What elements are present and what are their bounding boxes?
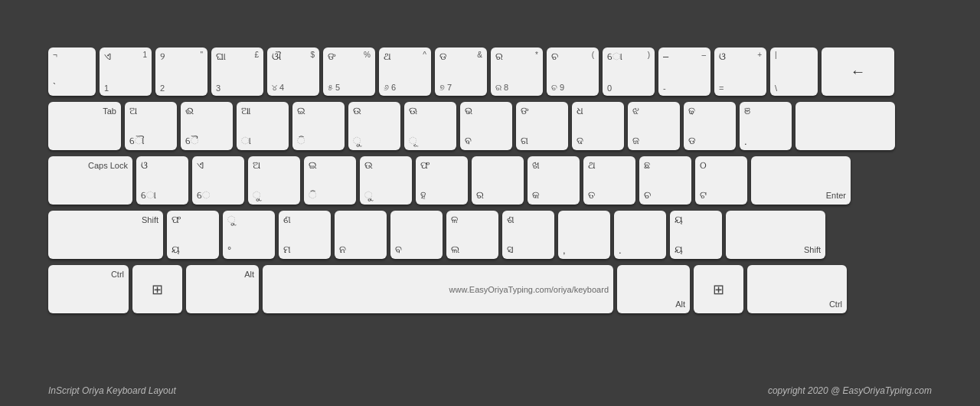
key-m[interactable]: ଶ ସ	[502, 211, 554, 259]
key-bracket-right[interactable]: ଞ .	[740, 102, 792, 150]
key-quote[interactable]: ଠ ଟ	[695, 156, 747, 205]
key-c[interactable]: ଣ ମ	[279, 211, 331, 259]
key-caps-lock[interactable]: Caps Lock	[48, 156, 132, 205]
backspace-key[interactable]: ←	[822, 47, 894, 96]
key-win-right[interactable]: ⊞	[694, 265, 743, 313]
key-r[interactable]: ଇ ି	[292, 102, 345, 150]
key-g[interactable]: ଉ ୁ	[360, 156, 412, 205]
key-backtick[interactable]: ¬ `	[48, 47, 96, 96]
key-1[interactable]: ଏ 1 1	[100, 47, 152, 96]
key-backslash[interactable]: | \	[770, 47, 818, 96]
key-0[interactable]: ୋ ) 0	[603, 47, 655, 96]
copyright-label: copyright 2020 @ EasyOriyaTyping.com	[768, 385, 932, 396]
key-4[interactable]: ଔ $ ୪ 4	[267, 47, 319, 96]
key-minus[interactable]: – – -	[658, 47, 710, 96]
key-space[interactable]: www.EasyOriyaTyping.com/oriya/keyboard	[263, 265, 613, 313]
key-d[interactable]: ଅ ୁ	[248, 156, 300, 205]
key-x[interactable]: ୁ °	[223, 211, 275, 259]
key-j[interactable]: ର	[472, 156, 524, 205]
key-i[interactable]: ଙ ଗ	[516, 102, 568, 150]
key-shift-left[interactable]: Shift	[48, 211, 163, 259]
key-enter[interactable]	[795, 102, 895, 150]
key-tab[interactable]: Tab	[48, 102, 121, 150]
key-7[interactable]: ଡ & ୭ 7	[435, 47, 487, 96]
key-n[interactable]: ଳ ଲ	[446, 211, 498, 259]
key-6[interactable]: ଥ ^ ୬ 6	[379, 47, 431, 96]
key-l[interactable]: ଥ ତ	[583, 156, 635, 205]
key-ctrl-left[interactable]: Ctrl	[48, 265, 129, 313]
key-f[interactable]: ଇ ି	[304, 156, 356, 205]
key-b[interactable]: ବ	[390, 211, 443, 259]
key-w[interactable]: ଈ ୈ	[181, 102, 233, 150]
key-s[interactable]: ଏ େ	[192, 156, 244, 205]
key-alt-left[interactable]: Alt	[186, 265, 259, 313]
key-slash[interactable]: ୟ ୟ	[670, 211, 722, 259]
key-equals[interactable]: ଓ + =	[714, 47, 766, 96]
key-q[interactable]: ଅ ୌ	[125, 102, 177, 150]
key-o[interactable]: ଧ ଦ	[572, 102, 624, 150]
key-u[interactable]: ଭ ବ	[460, 102, 512, 150]
keyboard-layout-label: InScript Oriya Keyboard Layout	[48, 385, 176, 396]
key-t[interactable]: ଉ ୁ	[348, 102, 400, 150]
key-v[interactable]: ନ	[335, 211, 387, 259]
key-semicolon[interactable]: ଛ ଚ	[639, 156, 691, 205]
key-win-left[interactable]: ⊞	[132, 265, 182, 313]
key-enter-2[interactable]: Enter	[751, 156, 851, 205]
key-shift-right[interactable]: Shift	[726, 211, 825, 259]
key-p[interactable]: ଝ ଜ	[628, 102, 680, 150]
key-2[interactable]: ୨ " 2	[155, 47, 207, 96]
key-5[interactable]: ଙ % ୫ 5	[323, 47, 375, 96]
key-8[interactable]: ର * ର 8	[491, 47, 543, 96]
key-bracket-left[interactable]: ଢ ଡ	[684, 102, 736, 150]
key-e[interactable]: ଆ ା	[237, 102, 289, 150]
key-y[interactable]: ଊ ୂ	[404, 102, 456, 150]
key-3[interactable]: ଘା £ 3	[211, 47, 263, 96]
key-k[interactable]: ଖ କ	[528, 156, 580, 205]
key-period[interactable]: .	[614, 211, 666, 259]
key-alt-right[interactable]: Alt	[617, 265, 690, 313]
key-ctrl-right[interactable]: Ctrl	[747, 265, 847, 313]
key-a[interactable]: ଓ ୋ	[136, 156, 188, 205]
key-h[interactable]: ଫ ହ	[416, 156, 468, 205]
key-comma[interactable]: ,	[558, 211, 610, 259]
key-9[interactable]: ଚ ( ଚ 9	[547, 47, 599, 96]
key-z[interactable]: ଫ ୟ	[167, 211, 219, 259]
